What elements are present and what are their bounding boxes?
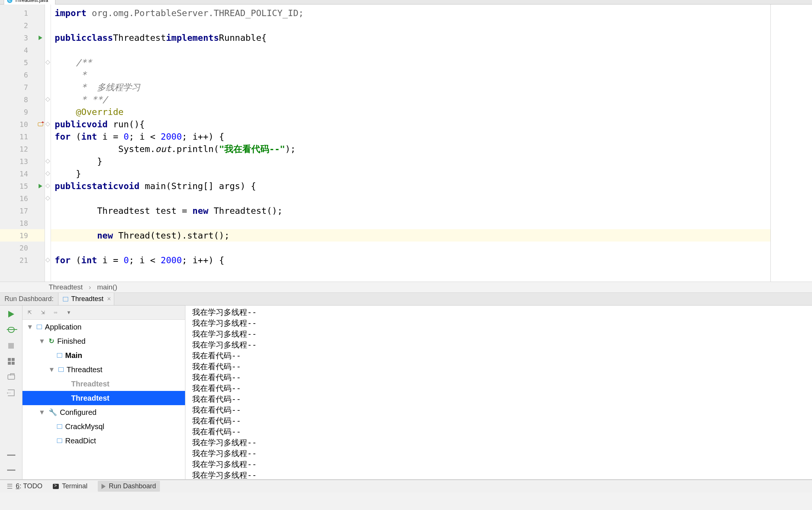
console-line: 我在学习多线程-- bbox=[192, 307, 812, 318]
run-dashboard-tool-button[interactable]: Run Dashboard bbox=[98, 481, 160, 492]
tree-node-readdict[interactable]: ReadDict bbox=[22, 434, 185, 448]
tree-toolbar: ⇱ ⇲ ▫▫ ▼ bbox=[22, 306, 185, 320]
breadcrumb: Threadtest main() bbox=[0, 282, 812, 293]
console-line: 我在学习多线程-- bbox=[192, 470, 812, 479]
run-dashboard-header: Run Dashboard: Threadtest × bbox=[0, 293, 812, 306]
expand-all-icon[interactable]: ⇱ bbox=[28, 310, 32, 315]
tree-node-configured[interactable]: ▼🔧Configured bbox=[22, 405, 185, 419]
code-content[interactable]: import org.omg.PortableServer.THREAD_POL… bbox=[51, 4, 771, 282]
run-dashboard-title: Run Dashboard: bbox=[0, 295, 58, 303]
bottom-tool-bar: 6: TODO Terminal Run Dashboard bbox=[0, 480, 812, 492]
stop-button[interactable] bbox=[7, 341, 15, 350]
tree-node-finished[interactable]: ▼↻Finished bbox=[22, 334, 185, 348]
fold-handle[interactable] bbox=[45, 196, 50, 201]
fold-handle[interactable] bbox=[45, 183, 50, 188]
tree-node-threadtest-dim[interactable]: Threadtest bbox=[22, 377, 185, 391]
tree-node-threadtest-selected[interactable]: Threadtest bbox=[22, 391, 185, 405]
exit-button[interactable] bbox=[7, 389, 15, 397]
run-button[interactable] bbox=[7, 310, 15, 318]
debug-button[interactable] bbox=[7, 326, 15, 334]
run-dashboard-tree-panel: ⇱ ⇲ ▫▫ ▼ ▼Application ▼↻Finished Main ▼T… bbox=[22, 306, 185, 479]
screenshot-button[interactable] bbox=[7, 373, 15, 381]
breadcrumb-method[interactable]: main() bbox=[97, 283, 117, 291]
tree-node-crackmysql[interactable]: CrackMysql bbox=[22, 419, 185, 434]
console-line: 我在学习多线程-- bbox=[192, 340, 812, 350]
fold-handle[interactable] bbox=[45, 122, 50, 127]
run-dashboard-body: ⇱ ⇲ ▫▫ ▼ ▼Application ▼↻Finished Main ▼T… bbox=[0, 306, 812, 480]
console-line: 我在看代码-- bbox=[192, 383, 812, 394]
console-line: 我在学习多线程-- bbox=[192, 318, 812, 329]
console-line: 我在学习多线程-- bbox=[192, 459, 812, 470]
console-line: 我在学习多线程-- bbox=[192, 329, 812, 340]
breadcrumb-class[interactable]: Threadtest bbox=[49, 283, 83, 291]
run-config-tree[interactable]: ▼Application ▼↻Finished Main ▼Threadtest… bbox=[22, 320, 185, 479]
console-line: 我在看代码-- bbox=[192, 361, 812, 372]
layout-button[interactable] bbox=[7, 357, 15, 365]
fold-handle[interactable] bbox=[45, 60, 50, 65]
group-icon[interactable]: ▫▫ bbox=[54, 310, 57, 315]
console-line: 我在看代码-- bbox=[192, 405, 812, 416]
hide-button[interactable] bbox=[7, 466, 15, 474]
fold-gutter bbox=[45, 4, 51, 282]
console-line: 我在看代码-- bbox=[192, 426, 812, 437]
console-line: 我在学习多线程-- bbox=[192, 448, 812, 459]
editor-tab-bar: C Threadtest.java bbox=[0, 0, 812, 4]
run-dashboard-left-toolbar bbox=[0, 306, 22, 479]
tree-node-main[interactable]: Main bbox=[22, 348, 185, 362]
gutter-override-icon[interactable] bbox=[36, 120, 45, 128]
editor-right-margin bbox=[771, 4, 812, 282]
line-number-gutter: 1 2 3 4 5 6 7 8 9 10 11 12 13 14 15 16 1… bbox=[0, 4, 45, 282]
todo-tool-button[interactable]: 6: TODO bbox=[7, 482, 42, 491]
run-dashboard-tab[interactable]: Threadtest × bbox=[58, 293, 114, 305]
console-line: 我在看代码-- bbox=[192, 416, 812, 426]
terminal-tool-button[interactable]: Terminal bbox=[53, 482, 87, 490]
collapse-button[interactable] bbox=[7, 450, 15, 458]
file-tab-threadtest[interactable]: C Threadtest.java bbox=[4, 0, 55, 4]
fold-handle[interactable] bbox=[45, 159, 50, 164]
console-output[interactable]: 我在学习多线程--我在学习多线程--我在学习多线程--我在学习多线程--我在看代… bbox=[185, 306, 812, 479]
console-line: 我在学习多线程-- bbox=[192, 437, 812, 448]
run-config-icon bbox=[63, 297, 68, 301]
gutter-run-icon[interactable] bbox=[36, 34, 45, 42]
tree-node-threadtest-group[interactable]: ▼Threadtest bbox=[22, 362, 185, 377]
close-icon[interactable]: × bbox=[107, 295, 111, 303]
console-line: 我在看代码-- bbox=[192, 372, 812, 383]
gutter-run-icon[interactable] bbox=[36, 182, 45, 190]
fold-handle[interactable] bbox=[45, 171, 50, 176]
fold-handle[interactable] bbox=[45, 97, 50, 102]
collapse-all-icon[interactable]: ⇲ bbox=[41, 310, 45, 315]
console-line: 我在看代码-- bbox=[192, 394, 812, 405]
file-tab-label: Threadtest.java bbox=[15, 0, 48, 3]
console-line: 我在看代码-- bbox=[192, 350, 812, 361]
code-editor[interactable]: 1 2 3 4 5 6 7 8 9 10 11 12 13 14 15 16 1… bbox=[0, 4, 812, 282]
filter-icon[interactable]: ▼ bbox=[66, 310, 71, 315]
java-class-icon: C bbox=[7, 0, 12, 3]
fold-handle[interactable] bbox=[45, 258, 50, 262]
tree-node-application[interactable]: ▼Application bbox=[22, 320, 185, 334]
